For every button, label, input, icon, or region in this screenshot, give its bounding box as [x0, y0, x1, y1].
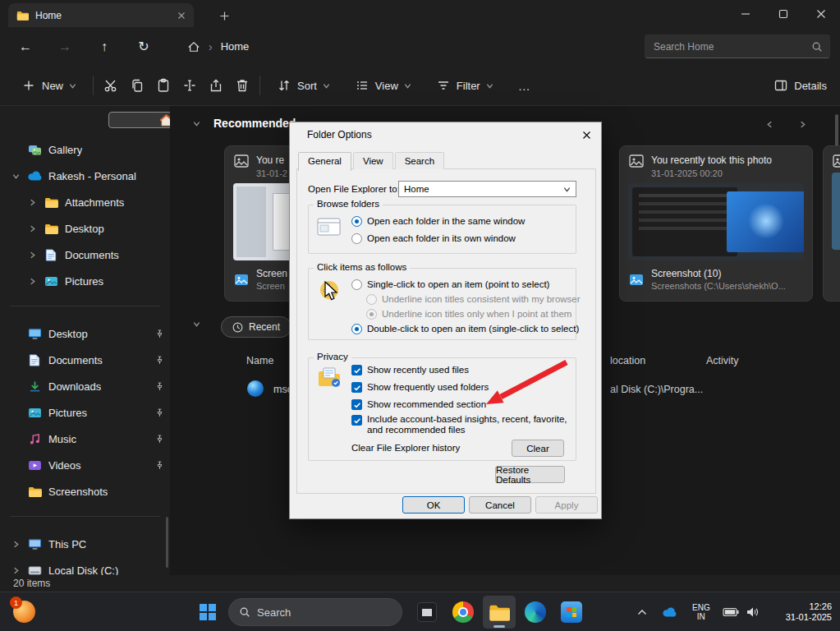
chevron-collapsed-icon[interactable]	[29, 278, 36, 285]
sidebar-item-this-pc[interactable]: This PC	[3, 532, 164, 555]
taskbar-search[interactable]	[228, 598, 402, 626]
chevron-collapsed-icon[interactable]	[29, 225, 36, 233]
maximize-button[interactable]	[764, 0, 802, 27]
checkbox-frequently-used-folders[interactable]: Show frequently used folders	[351, 380, 489, 394]
sidebar-item-downloads[interactable]: Downloads	[3, 375, 164, 398]
sidebar-item-onedrive-documents[interactable]: Documents	[3, 243, 164, 266]
sidebar-item-home[interactable]: Home	[108, 112, 170, 128]
dialog-titlebar[interactable]: Folder Options	[290, 122, 601, 147]
breadcrumb-home[interactable]: Home	[221, 40, 250, 53]
rename-icon[interactable]	[182, 78, 197, 93]
radio-single-click[interactable]: Single-click to open an item (point to s…	[351, 278, 549, 291]
sidebar-item-onedrive-pictures[interactable]: Pictures	[3, 269, 164, 292]
chevron-down-icon	[563, 186, 571, 193]
recent-filter-pill[interactable]: Recent	[221, 316, 291, 338]
taskbar-file-explorer[interactable]	[483, 596, 516, 629]
sidebar-item-music[interactable]: Music	[3, 427, 164, 450]
radio-own-window[interactable]: Open each folder in its own window	[351, 232, 516, 245]
clock[interactable]: 12:26 31-01-2025	[786, 592, 832, 631]
chevron-expanded-icon[interactable]	[193, 120, 200, 127]
clear-button[interactable]: Clear	[512, 440, 564, 457]
recommended-card[interactable]	[823, 145, 840, 302]
recommended-card[interactable]: You recently took this photo 31-01-2025 …	[619, 145, 813, 302]
dialog-close-button[interactable]	[576, 127, 596, 143]
refresh-button[interactable]: ↻	[130, 33, 158, 61]
taskbar-app-dark[interactable]	[411, 596, 443, 629]
close-button[interactable]	[802, 0, 840, 27]
forward-button[interactable]: →	[51, 33, 79, 61]
breadcrumb[interactable]: › Home	[187, 40, 249, 53]
chevron-expanded-icon[interactable]	[193, 320, 200, 328]
ok-button[interactable]: OK	[402, 496, 465, 514]
radio-disabled-icon	[366, 294, 377, 305]
tray-onedrive[interactable]	[662, 592, 677, 631]
sidebar-scrollbar[interactable]	[166, 517, 168, 568]
chevron-collapsed-icon[interactable]	[12, 567, 20, 574]
column-header-name[interactable]: Name	[246, 355, 273, 366]
sidebar-item-videos[interactable]: Videos	[3, 454, 164, 477]
sidebar-item-onedrive[interactable]: Rakesh - Personal	[3, 164, 164, 187]
column-header-location[interactable]: location	[610, 355, 645, 366]
search-input[interactable]	[654, 41, 811, 53]
cut-icon[interactable]	[103, 78, 118, 93]
chrome-icon	[452, 601, 474, 623]
explorer-tab[interactable]: Home	[8, 3, 194, 27]
more-options-button[interactable]: …	[518, 79, 531, 93]
sidebar-item-attachments[interactable]: Attachments	[3, 191, 164, 214]
copy-icon[interactable]	[130, 78, 145, 93]
carousel-next-button[interactable]	[794, 116, 810, 132]
start-button[interactable]	[191, 596, 224, 629]
restore-defaults-button[interactable]: Restore Defaults	[495, 466, 565, 483]
sort-button[interactable]: Sort	[270, 73, 337, 98]
apply-button[interactable]: Apply	[535, 496, 598, 514]
widgets-weather-icon[interactable]: 1	[13, 601, 35, 623]
checkbox-account-insights[interactable]: Include account-based insights, recent, …	[351, 414, 571, 435]
radio-double-click[interactable]: Double-click to open an item (single-cli…	[351, 322, 579, 335]
new-tab-button[interactable]	[215, 7, 233, 25]
recent-section-header[interactable]	[193, 320, 200, 328]
open-to-select[interactable]: Home	[398, 181, 576, 197]
checkbox-show-recommended-section[interactable]: Show recommended section	[351, 398, 486, 411]
details-button[interactable]: Details	[773, 78, 827, 93]
tab-general[interactable]: General	[298, 152, 351, 171]
recommended-section-header[interactable]: Recommended	[193, 117, 296, 130]
new-button[interactable]: New	[15, 73, 83, 98]
chevron-collapsed-icon[interactable]	[12, 541, 20, 548]
tab-close-icon[interactable]	[177, 12, 186, 20]
taskbar-store[interactable]	[555, 596, 588, 629]
minimize-button[interactable]	[727, 0, 764, 27]
sidebar-item-gallery[interactable]: Gallery	[3, 138, 164, 161]
taskbar-chrome[interactable]	[447, 596, 480, 629]
sidebar-item-screenshots[interactable]: Screenshots	[3, 480, 164, 503]
image-file-icon	[234, 274, 249, 286]
share-icon[interactable]	[209, 78, 223, 93]
chevron-collapsed-icon[interactable]	[29, 199, 36, 206]
view-button[interactable]: View	[348, 73, 418, 98]
chevron-expanded-icon[interactable]	[12, 173, 20, 180]
paste-icon[interactable]	[156, 78, 171, 93]
sidebar-item-onedrive-desktop[interactable]: Desktop	[3, 217, 164, 240]
tab-search[interactable]: Search	[395, 152, 444, 169]
sidebar-item-pictures[interactable]: Pictures	[3, 401, 164, 424]
column-header-activity[interactable]: Activity	[706, 355, 739, 366]
language-indicator[interactable]: ENG IN	[692, 592, 710, 631]
chevron-collapsed-icon[interactable]	[29, 251, 36, 259]
up-button[interactable]: ↑	[90, 33, 118, 61]
checkbox-recently-used-files[interactable]: Show recently used files	[351, 363, 469, 376]
sidebar-item-local-disk[interactable]: Local Disk (C:)	[3, 559, 164, 575]
sidebar-label: Pictures	[48, 407, 87, 419]
back-button[interactable]: ←	[11, 33, 39, 61]
explorer-search[interactable]	[645, 35, 830, 58]
taskbar-search-input[interactable]	[257, 606, 402, 619]
carousel-prev-button[interactable]	[761, 116, 778, 132]
sidebar-item-documents[interactable]: Documents	[3, 348, 164, 371]
tray-overflow-button[interactable]	[637, 592, 647, 631]
filter-button[interactable]: Filter	[429, 73, 500, 98]
tab-view[interactable]: View	[353, 152, 393, 169]
cancel-button[interactable]: Cancel	[469, 496, 531, 514]
sidebar-item-desktop[interactable]: Desktop	[3, 322, 164, 345]
delete-icon[interactable]	[235, 78, 250, 93]
system-tray-icons[interactable]	[723, 592, 760, 631]
taskbar-edge[interactable]	[519, 596, 552, 629]
radio-same-window[interactable]: Open each folder in the same window	[351, 214, 525, 228]
